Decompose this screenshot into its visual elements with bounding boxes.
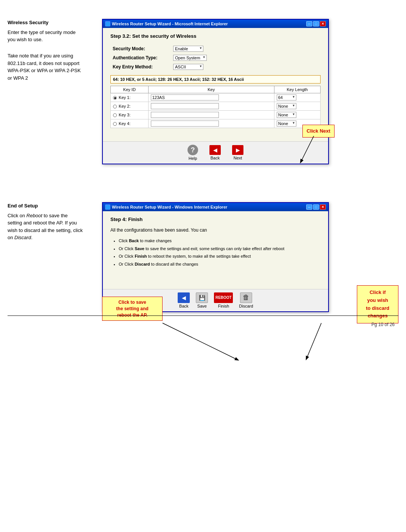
section2-titlebar: 🌐 Wireless Router Setup Wizard - Windows… [103,203,328,211]
section1-left-text: Wireless Security Enter the type of secu… [8,19,83,164]
key-input-2[interactable] [151,112,219,118]
callout-save-reboot: Click to savethe setting andreboot the A… [102,297,163,321]
radio-1[interactable] [113,105,117,108]
key-input-0[interactable] [151,94,219,101]
key-row-1: Key 2:None [111,102,321,111]
section2-title-left: 🌐 Wireless Router Setup Wizard - Windows… [105,204,227,210]
section2-browser-window: 🌐 Wireless Router Setup Wizard - Windows… [102,202,329,312]
nav4-save[interactable]: 💾 Save [196,292,208,308]
radio-3[interactable] [113,122,117,126]
browser-icon: 🌐 [105,21,110,26]
nav-back[interactable]: ◀ Back [209,145,221,160]
section1-heading: Wireless Security [8,19,83,26]
security-mode-cell: Enable [171,44,321,53]
svg-line-5 [306,323,321,359]
key-id-0: Key 1: [111,93,149,102]
nav-help[interactable]: ? Help [188,145,198,161]
discard4-icon: 🗑 [240,292,252,303]
section2-step-title: Step 4: Finish [110,217,321,222]
minimize-button-2[interactable]: ─ [306,204,312,210]
section2-para1: Click on Reboot to save the setting and … [8,212,83,241]
section2-browser-title: Wireless Router Setup Wizard - Windows I… [112,205,227,209]
bullet-1: Or Click Save to save the settings and e… [119,245,321,252]
key-len-select-1[interactable]: None [277,103,296,109]
key-entry-label: Key Entry Method: [110,62,171,71]
back4-icon: ◀ [178,292,190,303]
discard-italic: Discard [14,235,31,240]
key-len-select-3[interactable]: None [277,121,296,127]
key-entry-select[interactable]: ASCII [173,64,203,70]
help-icon: ? [188,145,198,155]
section2-right-content: 🌐 Wireless Router Setup Wizard - Windows… [91,202,398,312]
security-mode-select[interactable]: Enable [173,46,203,52]
key-row-2: Key 3:None [111,111,321,119]
page-container: Wireless Security Enter the type of secu… [0,0,406,335]
key-entry-cell: ASCII [171,62,321,71]
key-table: Key ID Key Key Length Key 1:64 Key 2:Non… [110,86,321,128]
key-len-select-2[interactable]: None [277,112,296,118]
auth-type-cell: Open System [171,53,321,62]
bullet-3: Or Click Discard to discard all the chan… [119,261,321,268]
key-id-1: Key 2: [111,102,149,111]
key-value-0 [148,93,274,102]
key-value-1 [148,102,274,111]
radio-2[interactable] [113,113,117,117]
section1-title-left: 🌐 Wireless Router Setup Wizard - Microso… [105,21,228,26]
key-row-0: Key 1:64 [111,93,321,102]
key-len-select-0[interactable]: 64 [277,94,296,101]
back4-label: Back [179,304,188,308]
page-footer: Pg 10 of 26 [372,322,395,327]
next-label: Next [234,156,242,160]
footer-line [8,315,398,316]
section1-browser-window: 🌐 Wireless Router Setup Wizard - Microso… [102,19,329,164]
maximize-button-2[interactable]: □ [313,204,319,210]
finish4-label: Finish [218,304,229,308]
nav4-back[interactable]: ◀ Back [178,292,190,308]
callout-click-next: Click Next [302,125,335,138]
nav4-finish[interactable]: REBOOT Finish [214,292,233,308]
auth-type-select[interactable]: Open System [173,55,207,61]
maximize-button[interactable]: □ [313,21,319,26]
key-length-header: Key Length [274,86,320,93]
save4-icon: 💾 [196,292,208,303]
nav4-discard[interactable]: 🗑 Discard [239,292,253,308]
key-value-2 [148,111,274,119]
key-header: Key [148,86,274,93]
key-id-2: Key 3: [111,111,149,119]
bullet-0: Click Back to make changes [119,237,321,244]
section1-titlebar: 🌐 Wireless Router Setup Wizard - Microso… [103,20,328,28]
key-length-0: 64 [274,93,320,102]
step4-bullets: Click Back to make changesOr Click Save … [110,237,321,268]
bullet-2: Or Click Finish to reboot the system, to… [119,253,321,260]
key-input-3[interactable] [151,121,219,127]
key-id-header: Key ID [111,86,149,93]
section-wireless-security: Wireless Security Enter the type of secu… [0,8,406,172]
finish4-icon: REBOOT [214,292,233,303]
section-end-of-setup: End of Setup Click on Reboot to save the… [0,191,406,320]
close-button-2[interactable]: ✕ [320,204,326,210]
callout-discard-text: Click ifyou wishto discardchanges [366,289,389,319]
nav-next[interactable]: ▶ Next [232,145,243,160]
key-value-3 [148,119,274,128]
section1-browser-content: Step 3.2: Set the security of Wireless S… [103,28,328,141]
close-button[interactable]: ✕ [320,21,326,26]
radio-0[interactable] [113,96,117,100]
callout-discard: Click ifyou wishto discardchanges [357,285,398,323]
section2-heading: End of Setup [8,202,83,210]
section1-browser-title: Wireless Router Setup Wizard - Microsoft… [112,22,228,26]
minimize-button[interactable]: ─ [306,21,312,26]
win-buttons-section2: ─ □ ✕ [306,204,326,210]
key-row-3: Key 4:None [111,119,321,128]
key-input-1[interactable] [151,103,219,109]
key-id-3: Key 4: [111,119,149,128]
key-info-text: 64: 10 HEX, or 5 Ascii; 128: 26 HEX, 13 … [110,75,321,84]
help-label: Help [189,156,197,161]
section1-para1: Enter the type of security mode you wish… [8,29,83,43]
next-icon: ▶ [232,145,243,155]
callout-save-text: Click to savethe setting andreboot the A… [116,300,148,318]
svg-line-4 [163,323,238,360]
step4-intro: All the configurations have been saved. … [110,227,321,233]
reboot-italic: Reboot [26,213,42,218]
section2-left-text: End of Setup Click on Reboot to save the… [8,202,83,312]
section1-browser-nav: ? Help ◀ Back ▶ Next [103,141,328,164]
